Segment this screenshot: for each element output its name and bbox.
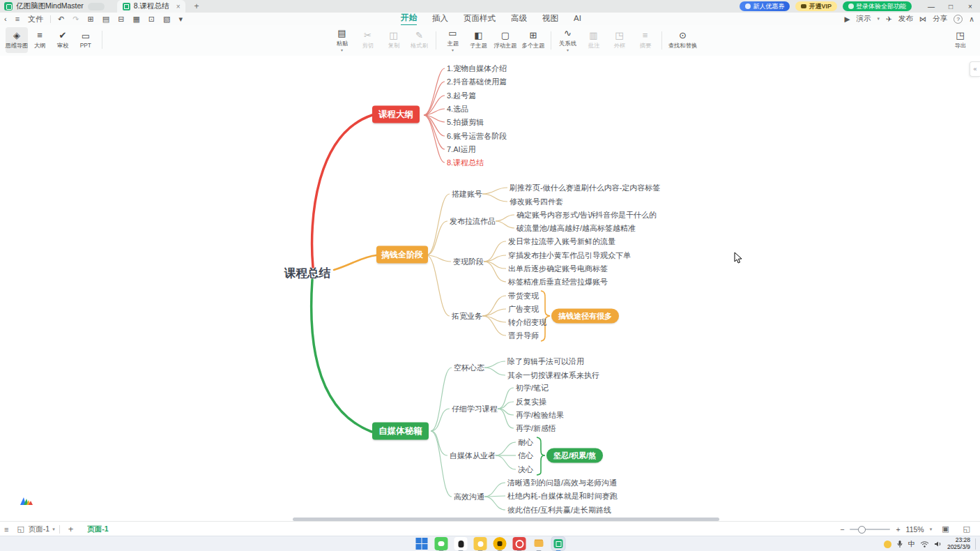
redo-icon[interactable]: ↷ bbox=[72, 15, 79, 24]
tray-app-icon[interactable] bbox=[884, 541, 891, 548]
tab-page-style[interactable]: 页面样式 bbox=[464, 13, 496, 25]
zoom-caret-icon[interactable]: ▾ bbox=[930, 527, 933, 532]
cut-button[interactable]: ✂ 剪切 bbox=[355, 27, 381, 53]
topic-node[interactable]: 确定账号内容形式/告诉抖音你是干什么的 bbox=[516, 210, 657, 220]
topic-node[interactable]: 变现阶段 bbox=[453, 257, 484, 267]
topic-node[interactable]: 发日常拉流带入账号新鲜的流量 bbox=[508, 236, 615, 247]
mode-ppt[interactable]: ▭ PPT bbox=[75, 27, 97, 53]
document-tab[interactable]: 8.课程总结 × bbox=[117, 0, 186, 13]
export-image-icon[interactable]: ⊡ bbox=[148, 15, 155, 24]
hamburger-icon[interactable]: ≡ bbox=[15, 15, 20, 23]
fit-window-icon[interactable]: ◱ bbox=[963, 524, 970, 534]
summary-button[interactable]: ≡ 摘要 bbox=[632, 27, 658, 53]
topic-node[interactable]: 空杯心态 bbox=[454, 363, 484, 373]
branch-money-stages[interactable]: 搞钱全阶段 bbox=[376, 246, 428, 264]
undo-icon[interactable]: ↶ bbox=[58, 15, 64, 24]
topic-node[interactable]: 带货变现 bbox=[508, 291, 539, 301]
print-icon[interactable]: ▦ bbox=[132, 15, 139, 24]
present-button[interactable]: 演示 bbox=[856, 14, 871, 24]
publish-button[interactable]: 发布 bbox=[898, 14, 913, 24]
zoom-out-icon[interactable]: − bbox=[840, 525, 844, 534]
save-icon[interactable]: ⊟ bbox=[118, 15, 124, 24]
topic-node[interactable]: 仔细学习课程 bbox=[452, 404, 498, 414]
topic-node[interactable]: 广告变现 bbox=[508, 304, 539, 315]
mode-outline[interactable]: ≡ 大纲 bbox=[29, 27, 51, 53]
taskbar-mindmaster-icon[interactable] bbox=[552, 537, 565, 550]
topic-node[interactable]: 高效沟通 bbox=[454, 492, 484, 502]
tab-home[interactable]: 开始 bbox=[401, 12, 417, 26]
topic-node[interactable]: 转介绍变现 bbox=[508, 317, 546, 328]
topic-node[interactable]: 拓宽业务 bbox=[452, 311, 482, 322]
topic-node[interactable]: 发布拉流作品 bbox=[450, 216, 496, 227]
taskbar-app1-icon[interactable] bbox=[474, 537, 487, 550]
page-frame-icon[interactable]: ◱ bbox=[17, 524, 24, 534]
topic-node[interactable]: 晋升导师 bbox=[508, 331, 539, 341]
mindmap-canvas[interactable]: 课程总结 课程大纲 1.宠物自媒体介绍 2.抖音基础使用篇 3.起号篇 4.选品… bbox=[0, 56, 980, 521]
topic-node[interactable]: 决心 bbox=[518, 465, 533, 475]
format-painter-button[interactable]: ✎ 格式刷 bbox=[406, 27, 432, 53]
present-icon[interactable]: ▶ bbox=[844, 15, 850, 23]
topic-node[interactable]: 出单后逐步确定账号电商标签 bbox=[508, 264, 608, 274]
summary-callout-persist[interactable]: 坚忍/积累/熬 bbox=[546, 448, 603, 463]
more-icon[interactable]: ▾ bbox=[178, 15, 183, 24]
boundary-button[interactable]: ◳ 外框 bbox=[606, 27, 632, 53]
topic-node[interactable]: 6.账号运营各阶段 bbox=[447, 131, 507, 142]
topic-node[interactable]: 刷推荐页-做什么赛道刷什么内容-定内容标签 bbox=[510, 183, 660, 193]
relationship-button[interactable]: ∿ 关系线 ▾ bbox=[555, 27, 581, 53]
topic-node[interactable]: 除了剪辑手法可以沿用 bbox=[507, 356, 584, 367]
export-button[interactable]: ◳ 导出 bbox=[947, 27, 973, 53]
topic-node[interactable]: 2.抖音基础使用篇 bbox=[447, 77, 507, 87]
mode-review[interactable]: ✔ 审校 bbox=[52, 27, 74, 53]
add-page-button[interactable]: + bbox=[68, 524, 74, 534]
present-caret-icon[interactable]: ▾ bbox=[877, 16, 880, 22]
topic-node[interactable]: 4.选品 bbox=[447, 104, 468, 114]
comment-button[interactable]: ▥ 批注 bbox=[581, 27, 606, 53]
topic-node[interactable]: 再学/检验结果 bbox=[516, 410, 564, 421]
maximize-button[interactable]: □ bbox=[941, 0, 960, 13]
new-tab-button[interactable]: + bbox=[194, 1, 199, 11]
topic-node[interactable]: 自媒体从业者 bbox=[450, 451, 496, 461]
open-icon[interactable]: ▤ bbox=[102, 15, 109, 24]
tab-view[interactable]: 视图 bbox=[542, 13, 558, 25]
topic-node[interactable]: 反复实操 bbox=[516, 397, 546, 407]
zoom-slider-handle[interactable] bbox=[858, 526, 866, 534]
mode-mindmap[interactable]: ◈ 思维导图 bbox=[6, 27, 28, 53]
topic-node[interactable]: 清晰遇到的问题/高效与老师沟通 bbox=[507, 478, 617, 488]
file-menu[interactable]: 文件 bbox=[28, 14, 43, 24]
topic-node[interactable]: 破流量池/越高越好/越高标签越精准 bbox=[516, 223, 636, 234]
branch-course-outline[interactable]: 课程大纲 bbox=[372, 106, 420, 123]
find-replace-button[interactable]: ⊙ 查找和替换 bbox=[666, 27, 700, 53]
volume-icon[interactable] bbox=[934, 541, 942, 548]
fullscreen-icon[interactable]: ▣ bbox=[942, 524, 949, 534]
topic-node[interactable]: 耐心 bbox=[518, 437, 533, 448]
active-page-tab[interactable]: 页面-1 bbox=[87, 524, 108, 534]
topic-node[interactable]: 搭建账号 bbox=[452, 189, 482, 199]
taskbar-explorer-icon[interactable] bbox=[533, 537, 546, 550]
coupon-button[interactable]: 新人优惠券 bbox=[740, 1, 790, 11]
taskbar-qq-icon[interactable] bbox=[454, 537, 468, 550]
tab-close-icon[interactable]: × bbox=[176, 3, 181, 10]
share-icon[interactable]: ⋈ bbox=[919, 15, 927, 23]
topic-node[interactable]: 修改账号四件套 bbox=[510, 197, 563, 207]
topic-node[interactable]: 穿插发布挂小黄车作品引导观众下单 bbox=[508, 250, 631, 261]
vip-button[interactable]: 开通VIP bbox=[795, 1, 837, 11]
close-button[interactable]: × bbox=[960, 0, 980, 13]
collapse-ribbon-icon[interactable]: ∧ bbox=[969, 15, 974, 23]
tab-advanced[interactable]: 高级 bbox=[511, 13, 527, 25]
floating-topic-button[interactable]: ▢ 浮动主题 bbox=[491, 27, 519, 53]
page-list-icon[interactable]: ≡ bbox=[4, 525, 8, 534]
tab-ai[interactable]: AI bbox=[574, 13, 581, 25]
central-topic[interactable]: 课程总结 bbox=[284, 266, 330, 281]
panel-collapse-tab[interactable]: « bbox=[970, 61, 980, 77]
topic-node[interactable]: 3.起号篇 bbox=[447, 91, 476, 101]
topic-node[interactable]: 再学/新感悟 bbox=[516, 423, 556, 434]
topic-node[interactable]: 彼此信任/互利共赢/走长期路线 bbox=[507, 505, 611, 515]
start-button[interactable] bbox=[415, 537, 429, 550]
publish-icon[interactable]: ✈ bbox=[886, 15, 892, 23]
topic-node[interactable]: 标签精准后垂直经营拉爆账号 bbox=[508, 277, 608, 287]
summary-callout-money[interactable]: 搞钱途径有很多 bbox=[551, 309, 619, 324]
back-icon[interactable]: ‹ bbox=[4, 15, 7, 23]
subtopic-button[interactable]: ◧ 子主题 bbox=[466, 27, 491, 53]
branch-media-secrets[interactable]: 自媒体秘籍 bbox=[372, 423, 429, 440]
topic-node[interactable]: 5.拍摄剪辑 bbox=[447, 117, 484, 128]
